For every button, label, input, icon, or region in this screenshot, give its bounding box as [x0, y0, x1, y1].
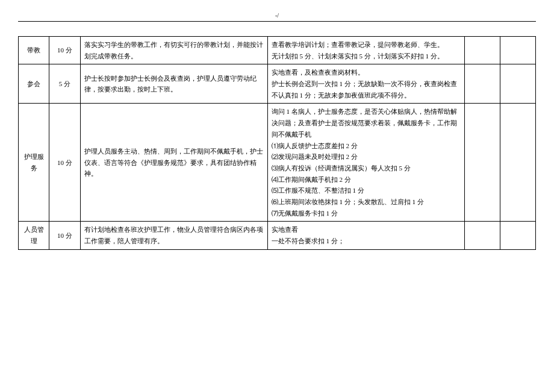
table-row: 参会5 分护士长按时参加护士长例会及夜查岗，护理人员遵守劳动纪律，按要求出勤，按… [19, 64, 536, 104]
blank-cell [464, 37, 500, 64]
method-cell: 实地查看，及检查夜查岗材料。护士长例会迟到一次扣 1 分；无故缺勤一次不得分，夜… [267, 64, 464, 104]
blank-cell [464, 64, 500, 104]
category-cell: 人员管理 [19, 222, 49, 249]
category-cell: 护理服务 [19, 104, 49, 222]
description-cell: 落实实习学生的带教工作，有切实可行的带教计划，并能按计划完成带教任务。 [80, 37, 267, 64]
table-row: 护理服务10 分护理人员服务主动、热情、周到，工作期间不佩戴手机，护士仪表、语言… [19, 104, 536, 222]
method-line: 护士长例会迟到一次扣 1 分；无故缺勤一次不得分，夜查岗检查不认真扣 1 分；无… [272, 78, 461, 101]
description-cell: 有计划地检查各班次护理工作，物业人员管理符合病区内各项工作需要，陪人管理有序。 [80, 222, 267, 249]
method-cell: 询问 1 名病人，护士服务态度，是否关心体贴病人，热情帮助解决问题；及查看护士是… [267, 104, 464, 222]
method-line: ⑴病人反馈护士态度差扣 2 分 [272, 140, 461, 152]
method-line: 无计划扣 5 分、计划未落实扣 5 分，计划落实不好扣 1 分。 [272, 51, 461, 62]
category-cell: 带教 [19, 37, 49, 64]
score-cell: 10 分 [49, 37, 80, 64]
method-line: ⑶病人有投诉（经调查情况属实）每人次扣 5 分 [272, 163, 461, 174]
table-row: 带教10 分落实实习学生的带教工作，有切实可行的带教计划，并能按计划完成带教任务… [19, 37, 536, 64]
page-header-mark: -/ [18, 12, 536, 22]
blank-cell [500, 104, 535, 222]
description-cell: 护士长按时参加护士长例会及夜查岗，护理人员遵守劳动纪律，按要求出勤，按时上下班。 [80, 64, 267, 104]
method-line: ⑸工作服不规范、不整洁扣 1 分 [272, 185, 461, 196]
score-cell: 5 分 [49, 64, 80, 104]
method-line: 一处不符合要求扣 1 分； [272, 235, 461, 247]
method-line: 实地查看 [272, 224, 461, 235]
method-line: 查看教学培训计划；查看带教记录，提问带教老师、学生。 [272, 39, 461, 51]
table-row: 人员管理10 分有计划地检查各班次护理工作，物业人员管理符合病区内各项工作需要，… [19, 222, 536, 249]
method-cell: 实地查看一处不符合要求扣 1 分； [267, 222, 464, 249]
blank-cell [500, 222, 535, 249]
evaluation-table: 带教10 分落实实习学生的带教工作，有切实可行的带教计划，并能按计划完成带教任务… [18, 36, 536, 250]
method-line: ⑷工作期间佩戴手机扣 2 分 [272, 174, 461, 185]
score-cell: 10 分 [49, 104, 80, 222]
score-cell: 10 分 [49, 222, 80, 249]
method-cell: 查看教学培训计划；查看带教记录，提问带教老师、学生。无计划扣 5 分、计划未落实… [267, 37, 464, 64]
method-line: ⑵发现问题未及时处理扣 2 分 [272, 151, 461, 163]
category-cell: 参会 [19, 64, 49, 104]
blank-cell [464, 104, 500, 222]
method-line: 询问 1 名病人，护士服务态度，是否关心体贴病人，热情帮助解决问题；及查看护士是… [272, 106, 461, 140]
description-cell: 护理人员服务主动、热情、周到，工作期间不佩戴手机，护士仪表、语言等符合《护理服务… [80, 104, 267, 222]
blank-cell [500, 37, 535, 64]
method-line: ⑹上班期间浓妆艳抹扣 1 分；头发散乱、过肩扣 1 分 [272, 196, 461, 208]
blank-cell [500, 64, 535, 104]
method-line: 实地查看，及检查夜查岗材料。 [272, 67, 461, 78]
blank-cell [464, 222, 500, 249]
method-line: ⑺无佩戴服务卡扣 1 分 [272, 208, 461, 219]
